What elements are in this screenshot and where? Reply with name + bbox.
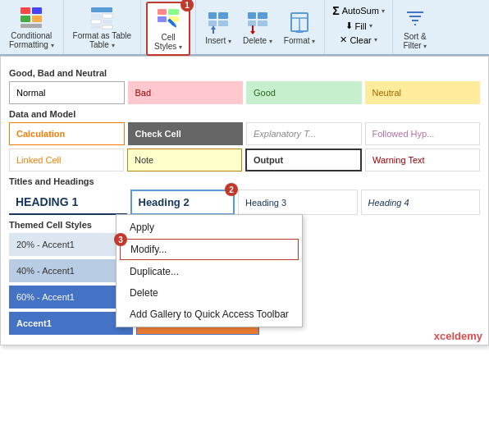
conditional-formatting-label: Conditional bbox=[11, 31, 52, 40]
svg-rect-11 bbox=[103, 25, 112, 29]
svg-rect-27 bbox=[258, 21, 267, 26]
context-menu-badge: 3 bbox=[114, 233, 127, 246]
svg-rect-5 bbox=[91, 7, 112, 12]
data-model-row2: Linked Cell Note Output Warning Text bbox=[9, 149, 480, 171]
cell-styles-sublabel: Styles ▾ bbox=[154, 42, 182, 51]
conditional-formatting-sublabel: Formatting ▾ bbox=[9, 40, 54, 49]
style-followed-hyp[interactable]: Followed Hyp... bbox=[365, 122, 481, 145]
svg-rect-12 bbox=[158, 9, 167, 15]
conditional-formatting-button[interactable]: Conditional Formatting ▾ bbox=[5, 2, 58, 52]
svg-rect-1 bbox=[21, 16, 30, 22]
context-menu-modify[interactable]: Modify... 3 bbox=[120, 239, 299, 260]
svg-rect-10 bbox=[91, 25, 101, 29]
format-label: Format ▾ bbox=[284, 36, 315, 45]
fill-label: Fill bbox=[355, 21, 367, 31]
style-heading3[interactable]: Heading 3 bbox=[238, 190, 358, 215]
ribbon-group-cell-styles: 1 C bbox=[141, 0, 196, 54]
style-bad[interactable]: Bad bbox=[128, 81, 244, 104]
svg-rect-9 bbox=[103, 20, 112, 24]
svg-rect-20 bbox=[208, 21, 217, 26]
autosum-button[interactable]: Σ AutoSum ▾ bbox=[330, 3, 387, 18]
context-menu-add-gallery[interactable]: Add Gallery to Quick Access Toolbar bbox=[117, 304, 302, 325]
cell-styles-icon bbox=[155, 7, 181, 33]
insert-icon bbox=[205, 10, 231, 36]
heading2-container: Heading 2 2 bbox=[130, 190, 235, 215]
format-as-table-button[interactable]: Format as Table Table ▾ bbox=[69, 2, 136, 52]
svg-rect-18 bbox=[208, 12, 217, 19]
svg-rect-6 bbox=[91, 14, 101, 18]
svg-rect-7 bbox=[103, 14, 112, 18]
style-neutral[interactable]: Neutral bbox=[365, 81, 481, 104]
cell-styles-badge: 1 bbox=[181, 0, 194, 11]
titles-headings-title: Titles and Headings bbox=[9, 176, 480, 186]
good-bad-neutral-title: Good, Bad and Neutral bbox=[9, 68, 480, 78]
ribbon: Conditional Formatting ▾ bbox=[0, 0, 489, 56]
context-menu: Apply Modify... 3 Duplicate... Delete Ad… bbox=[116, 214, 303, 327]
style-output[interactable]: Output bbox=[245, 149, 362, 171]
ribbon-group-editing: Σ AutoSum ▾ ⬇ Fill ▾ ✕ Clear ▾ bbox=[325, 0, 393, 54]
autosum-label: AutoSum bbox=[342, 6, 379, 16]
svg-rect-25 bbox=[258, 12, 267, 19]
data-model-title: Data and Model bbox=[9, 109, 480, 119]
cell-styles-label: Cell bbox=[161, 33, 175, 42]
delete-button[interactable]: Delete ▾ bbox=[239, 7, 276, 48]
autosum-chevron: ▾ bbox=[382, 7, 385, 15]
style-explanatory[interactable]: Explanatory T... bbox=[246, 122, 362, 145]
context-menu-delete[interactable]: Delete bbox=[117, 282, 302, 304]
svg-rect-0 bbox=[21, 7, 30, 14]
svg-rect-13 bbox=[168, 9, 179, 15]
format-icon bbox=[286, 10, 313, 36]
format-table-icon bbox=[89, 5, 115, 31]
styles-dropdown: Good, Bad and Neutral Normal Bad Good Ne… bbox=[0, 56, 489, 345]
style-accent1[interactable]: Accent1 bbox=[9, 312, 133, 335]
svg-marker-29 bbox=[250, 31, 255, 34]
ribbon-group-insert-delete-format: Insert ▾ Delete ▾ bbox=[196, 0, 325, 54]
style-heading1[interactable]: HEADING 1 bbox=[9, 190, 127, 215]
clear-button[interactable]: ✕ Clear ▾ bbox=[337, 34, 379, 46]
style-check-cell[interactable]: Check Cell bbox=[128, 122, 244, 145]
insert-label: Insert ▾ bbox=[205, 36, 231, 45]
clear-eraser-icon: ✕ bbox=[340, 34, 347, 45]
autosum-sigma-icon: Σ bbox=[332, 4, 339, 17]
sort-filter-button[interactable]: Sort & Filter ▾ bbox=[398, 3, 432, 53]
modify-label: Modify... bbox=[130, 244, 167, 255]
svg-rect-21 bbox=[218, 21, 228, 26]
svg-rect-4 bbox=[21, 24, 42, 28]
svg-rect-24 bbox=[248, 12, 256, 19]
context-menu-duplicate[interactable]: Duplicate... bbox=[117, 261, 302, 282]
context-menu-apply[interactable]: Apply bbox=[117, 217, 302, 238]
delete-icon bbox=[244, 10, 271, 36]
ribbon-group-sort: Sort & Filter ▾ bbox=[393, 0, 437, 54]
good-bad-neutral-row: Normal Bad Good Neutral bbox=[9, 81, 480, 104]
style-note[interactable]: Note bbox=[127, 149, 242, 171]
fill-button[interactable]: ⬇ Fill ▾ bbox=[343, 20, 375, 32]
heading2-badge: 2 bbox=[225, 183, 238, 196]
delete-label: Delete ▾ bbox=[243, 36, 272, 45]
insert-button[interactable]: Insert ▾ bbox=[201, 7, 235, 48]
format-button[interactable]: Format ▾ bbox=[280, 7, 319, 48]
style-accent1-40a[interactable]: 40% - Accent1 bbox=[9, 259, 133, 282]
svg-rect-2 bbox=[32, 7, 42, 14]
format-as-table-label: Format as Table bbox=[73, 31, 132, 40]
cell-styles-button[interactable]: 1 C bbox=[146, 2, 190, 56]
style-calculation[interactable]: Calculation bbox=[9, 122, 125, 145]
style-linked-cell[interactable]: Linked Cell bbox=[9, 149, 124, 171]
style-warning[interactable]: Warning Text bbox=[365, 149, 480, 171]
svg-rect-26 bbox=[248, 21, 256, 26]
data-model-row1: Calculation Check Cell Explanatory T... … bbox=[9, 122, 480, 145]
svg-rect-14 bbox=[158, 16, 167, 22]
style-heading4[interactable]: Heading 4 bbox=[361, 190, 481, 215]
clear-label: Clear bbox=[350, 35, 371, 45]
style-accent1-60a[interactable]: 60% - Accent1 bbox=[9, 286, 133, 309]
sort-sublabel: Filter ▾ bbox=[403, 41, 427, 50]
style-good[interactable]: Good bbox=[246, 81, 362, 104]
fill-icon: ⬇ bbox=[345, 21, 353, 31]
main-container: Conditional Formatting ▾ bbox=[0, 0, 489, 345]
conditional-formatting-icon bbox=[18, 5, 44, 31]
style-normal[interactable]: Normal bbox=[9, 81, 125, 104]
svg-rect-8 bbox=[91, 20, 101, 24]
clear-chevron: ▾ bbox=[374, 36, 377, 43]
watermark: xceldemy bbox=[434, 330, 482, 342]
sort-label: Sort & bbox=[404, 32, 427, 41]
style-heading2[interactable]: Heading 2 bbox=[130, 190, 235, 215]
